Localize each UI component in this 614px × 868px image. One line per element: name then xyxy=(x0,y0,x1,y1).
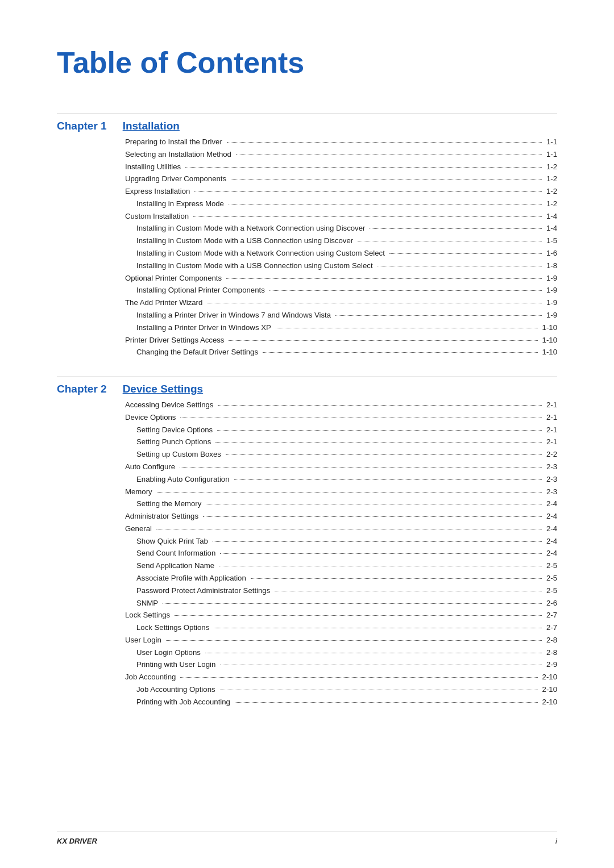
toc-entry: Associate Profile with Application2-5 xyxy=(136,572,557,585)
toc-entry-page: 2-4 xyxy=(546,535,557,548)
toc-entry: Installing in Custom Mode with a USB Con… xyxy=(136,235,557,247)
toc-entries-chapter-1: Preparing to Install the Driver1-1Select… xyxy=(125,136,557,358)
toc-entry: General2-4 xyxy=(125,523,557,535)
toc-entry-dots xyxy=(226,278,542,279)
toc-entry-page: 2-4 xyxy=(546,498,557,510)
toc-entry: Auto Configure2-3 xyxy=(125,461,557,473)
toc-entry-dots xyxy=(377,266,542,266)
toc-entry-page: 2-8 xyxy=(546,634,557,646)
toc-entry-label: Installing in Custom Mode with a Network… xyxy=(136,247,385,260)
toc-entry-label: User Login Options xyxy=(136,646,201,659)
toc-entry-page: 1-5 xyxy=(546,235,557,247)
toc-entry-label: Setting the Memory xyxy=(136,498,201,510)
toc-entry-page: 2-7 xyxy=(546,609,557,621)
chapter-section-2: Chapter 2Device SettingsAccessing Device… xyxy=(57,377,557,708)
toc-entry: Installing a Printer Driver in Windows 7… xyxy=(136,309,557,322)
toc-entry-label: Selecting an Installation Method xyxy=(125,148,231,161)
toc-entry: Installing Optional Printer Components1-… xyxy=(136,284,557,297)
toc-entry-dots xyxy=(370,228,542,229)
toc-entry-label: Device Options xyxy=(125,411,176,424)
toc-entry-label: Enabling Auto Configuration xyxy=(136,473,230,486)
toc-entry-dots xyxy=(175,615,542,616)
toc-entry-label: Upgrading Driver Components xyxy=(125,173,226,185)
toc-entry: Custom Installation1-4 xyxy=(125,210,557,223)
toc-entry: Job Accounting2-10 xyxy=(125,671,557,683)
toc-entry-page: 1-4 xyxy=(546,222,557,235)
toc-entry-dots xyxy=(231,179,542,180)
toc-entry: Upgrading Driver Components1-2 xyxy=(125,173,557,185)
chapter-header-1: Chapter 1Installation xyxy=(57,114,557,132)
toc-entry-label: Installing a Printer Driver in Windows 7… xyxy=(136,309,331,322)
toc-entry-label: Job Accounting Options xyxy=(136,683,215,696)
toc-entry-dots xyxy=(358,241,542,241)
toc-entry-label: User Login xyxy=(125,634,161,646)
toc-entry-dots xyxy=(156,529,542,529)
chapter-section-1: Chapter 1InstallationPreparing to Instal… xyxy=(57,114,557,358)
toc-entry: Administrator Settings2-4 xyxy=(125,510,557,523)
toc-entry-page: 1-2 xyxy=(546,198,557,210)
toc-entry-dots xyxy=(214,628,542,628)
toc-entry-label: Printer Driver Settings Access xyxy=(125,334,224,347)
toc-entry-dots xyxy=(180,418,542,418)
toc-entry-page: 2-10 xyxy=(542,671,557,683)
toc-entry: Optional Printer Components1-9 xyxy=(125,272,557,285)
toc-entry-dots xyxy=(389,253,542,254)
toc-entry-label: Memory xyxy=(125,486,152,498)
toc-entry-page: 1-1 xyxy=(546,136,557,148)
toc-entry: Selecting an Installation Method1-1 xyxy=(125,148,557,161)
toc-entry-page: 2-10 xyxy=(542,696,557,708)
toc-entry-dots xyxy=(180,677,537,678)
toc-entry-label: Installing a Printer Driver in Windows X… xyxy=(136,322,271,334)
toc-entry-label: Custom Installation xyxy=(125,210,189,223)
chapter-title-2: Device Settings xyxy=(123,383,204,395)
page-title: Table of Contents xyxy=(57,45,557,80)
toc-entry-label: Printing with Job Accounting xyxy=(136,696,230,708)
toc-entry-page: 1-2 xyxy=(546,173,557,185)
toc-entry: Job Accounting Options2-10 xyxy=(136,683,557,696)
toc-entry-label: Installing Utilities xyxy=(125,161,181,173)
toc-entry-label: Lock Settings Options xyxy=(136,621,209,634)
toc-entry-label: Installing in Express Mode xyxy=(136,198,224,210)
toc-entry: Installing a Printer Driver in Windows X… xyxy=(136,322,557,334)
toc-entry: Changing the Default Driver Settings1-10 xyxy=(136,346,557,358)
toc-entry-label: Installing in Custom Mode with a USB Con… xyxy=(136,260,373,272)
toc-entry-page: 1-6 xyxy=(546,247,557,260)
toc-entry-dots xyxy=(251,578,542,579)
toc-entry: Installing in Custom Mode with a Network… xyxy=(136,247,557,260)
toc-entry-page: 1-10 xyxy=(542,322,557,334)
toc-entry: Installing Utilities1-2 xyxy=(125,161,557,173)
toc-entry: Installing in Express Mode1-2 xyxy=(136,198,557,210)
toc-entry-label: Optional Printer Components xyxy=(125,272,222,285)
toc-entry-page: 1-2 xyxy=(546,185,557,198)
toc-entry-dots xyxy=(180,467,542,468)
toc-entry-label: Job Accounting xyxy=(125,671,176,683)
toc-entry: User Login Options2-8 xyxy=(136,646,557,659)
toc-entry-dots xyxy=(205,653,542,653)
toc-entry-dots xyxy=(217,430,542,431)
toc-entry: Lock Settings2-7 xyxy=(125,609,557,621)
toc-entry: User Login2-8 xyxy=(125,634,557,646)
toc-entry-page: 2-5 xyxy=(546,560,557,572)
toc-entry-dots xyxy=(275,591,542,591)
toc-entry: Lock Settings Options2-7 xyxy=(136,621,557,634)
toc-entry-page: 2-6 xyxy=(546,597,557,610)
toc-entry-label: Administrator Settings xyxy=(125,510,198,523)
toc-entry-label: Setting Punch Options xyxy=(136,436,211,448)
toc-entry-dots xyxy=(193,216,542,217)
toc-entry-page: 1-8 xyxy=(546,260,557,272)
toc-entry-page: 2-2 xyxy=(546,448,557,461)
toc-entry: Setting the Memory2-4 xyxy=(136,498,557,510)
chapter-number-2: Chapter 2 xyxy=(57,383,107,395)
toc-entry-label: Printing with User Login xyxy=(136,658,215,671)
toc-entry-label: The Add Printer Wizard xyxy=(125,297,202,309)
toc-entries-chapter-2: Accessing Device Settings2-1Device Optio… xyxy=(125,399,557,708)
toc-entry-page: 1-10 xyxy=(542,346,557,358)
toc-entry-label: Auto Configure xyxy=(125,461,175,473)
toc-entry: Password Protect Administrator Settings2… xyxy=(136,585,557,597)
toc-entry-dots xyxy=(276,328,538,328)
toc-entry: Accessing Device Settings2-1 xyxy=(125,399,557,411)
toc-entry-dots xyxy=(229,340,537,341)
toc-entry: Installing in Custom Mode with a Network… xyxy=(136,222,557,235)
toc-entry-label: Lock Settings xyxy=(125,609,170,621)
toc-entry: Setting Device Options2-1 xyxy=(136,424,557,436)
